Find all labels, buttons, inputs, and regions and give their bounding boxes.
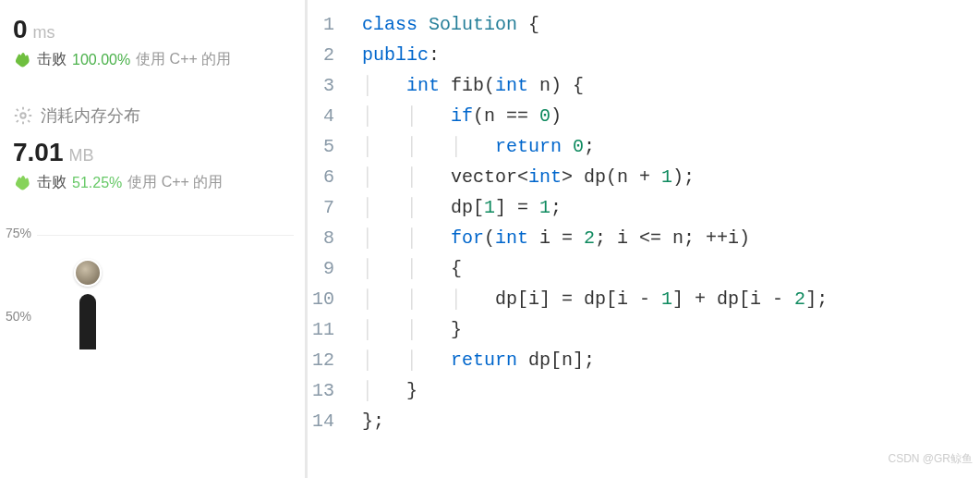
line-number: 11 <box>305 314 362 345</box>
gridline <box>37 235 294 236</box>
line-number: 14 <box>305 406 362 436</box>
y-tick-75: 75% <box>6 226 31 240</box>
line-number: 7 <box>305 192 362 223</box>
runtime-beat-row: 击败 100.00% 使用 C++ 的用 <box>13 50 292 69</box>
code-content[interactable]: │ │ for(int i = 2; i <= n; ++i) <box>362 223 980 253</box>
line-number: 12 <box>305 345 362 375</box>
code-content[interactable]: │ │ │ return 0; <box>362 131 980 162</box>
line-number: 8 <box>305 223 362 253</box>
code-content[interactable]: }; <box>362 406 980 436</box>
gear-icon <box>13 105 33 126</box>
code-line[interactable]: 2public: <box>305 40 980 70</box>
watermark: CSDN @GR鲸鱼 <box>888 444 973 474</box>
code-content[interactable]: public: <box>362 40 980 70</box>
code-line[interactable]: 6│ │ vector<int> dp(n + 1); <box>305 162 980 192</box>
runtime-beat-label: 击败 <box>37 50 67 69</box>
code-line[interactable]: 4│ │ if(n == 0) <box>305 101 980 131</box>
memory-unit: MB <box>69 146 94 165</box>
memory-beat-label: 击败 <box>37 173 67 192</box>
code-content[interactable]: │ │ { <box>362 253 980 284</box>
code-line[interactable]: 13│ } <box>305 375 980 406</box>
code-line[interactable]: 5│ │ │ return 0; <box>305 131 980 162</box>
clap-icon <box>13 51 31 69</box>
code-content[interactable]: │ │ return dp[n]; <box>362 345 980 375</box>
code-content[interactable]: │ │ │ dp[i] = dp[i - 1] + dp[i - 2]; <box>362 284 980 314</box>
runtime-usage: 使用 C++ 的用 <box>136 50 231 69</box>
code-content[interactable]: │ } <box>362 375 980 406</box>
memory-block: 7.01 MB 击败 51.25% 使用 C++ 的用 <box>0 132 305 202</box>
memory-usage: 使用 C++ 的用 <box>127 173 223 192</box>
code-content[interactable]: │ │ if(n == 0) <box>362 101 980 131</box>
memory-number: 7.01 <box>13 138 64 167</box>
code-content[interactable]: class Solution { <box>362 9 980 40</box>
avatar[interactable] <box>74 259 102 287</box>
stats-panel: 0 ms 击败 100.00% 使用 C++ 的用 消耗内存分布 7.01 MB… <box>0 0 305 478</box>
runtime-unit: ms <box>33 23 55 43</box>
memory-beat-row: 击败 51.25% 使用 C++ 的用 <box>13 173 292 192</box>
code-line[interactable]: 1class Solution { <box>305 9 980 40</box>
line-number: 10 <box>305 284 362 314</box>
code-content[interactable]: │ │ dp[1] = 1; <box>362 192 980 223</box>
code-line[interactable]: 9│ │ { <box>305 253 980 284</box>
code-line[interactable]: 8│ │ for(int i = 2; i <= n; ++i) <box>305 223 980 253</box>
line-number: 4 <box>305 101 362 131</box>
code-line[interactable]: 7│ │ dp[1] = 1; <box>305 192 980 223</box>
code-content[interactable]: │ │ } <box>362 314 980 345</box>
line-number: 3 <box>305 70 362 101</box>
runtime-block: 0 ms 击败 100.00% 使用 C++ 的用 <box>0 9 305 79</box>
y-tick-50: 50% <box>6 309 31 324</box>
code-line[interactable]: 11│ │ } <box>305 314 980 345</box>
line-number: 6 <box>305 162 362 192</box>
runtime-percent: 100.00% <box>72 52 130 68</box>
runtime-number: 0 <box>13 15 28 44</box>
line-number: 2 <box>305 40 362 70</box>
memory-section-title: 消耗内存分布 <box>0 79 305 132</box>
svg-point-0 <box>20 113 26 118</box>
runtime-value: 0 ms <box>13 15 292 44</box>
line-number: 5 <box>305 131 362 162</box>
code-editor[interactable]: 1class Solution {2public:3│ int fib(int … <box>305 0 980 478</box>
line-number: 1 <box>305 9 362 40</box>
memory-value: 7.01 MB <box>13 138 292 167</box>
line-number: 13 <box>305 375 362 406</box>
memory-chart: 75% 50% <box>0 226 305 364</box>
line-number: 9 <box>305 253 362 284</box>
code-line[interactable]: 10│ │ │ dp[i] = dp[i - 1] + dp[i - 2]; <box>305 284 980 314</box>
code-line[interactable]: 14}; <box>305 406 980 436</box>
code-content[interactable]: │ int fib(int n) { <box>362 70 980 101</box>
clap-icon <box>13 174 31 192</box>
chart-bar[interactable] <box>79 294 96 349</box>
code-line[interactable]: 3│ int fib(int n) { <box>305 70 980 101</box>
code-line[interactable]: 12│ │ return dp[n]; <box>305 345 980 375</box>
code-content[interactable]: │ │ vector<int> dp(n + 1); <box>362 162 980 192</box>
memory-percent: 51.25% <box>72 175 122 191</box>
memory-title-text: 消耗内存分布 <box>41 104 140 127</box>
